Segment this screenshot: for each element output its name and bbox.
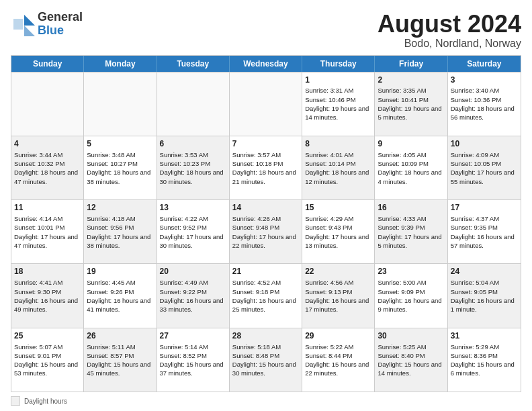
daylight-text: Daylight: 19 hours and 14 minutes. (305, 104, 371, 122)
cal-header-sunday: Sunday (11, 56, 84, 72)
day-number: 5 (87, 138, 153, 150)
day-number: 18 (14, 266, 81, 277)
day-number: 9 (378, 138, 444, 150)
sunrise-text: Sunrise: 3:35 AM (378, 86, 444, 95)
daylight-text: Daylight: 17 hours and 38 minutes. (87, 232, 153, 250)
daylight-text: Daylight: 16 hours and 17 minutes. (305, 296, 371, 314)
sunset-text: Sunset: 9:43 PM (305, 223, 371, 232)
day-number: 11 (14, 202, 81, 214)
cal-day-24: 24Sunrise: 5:04 AMSunset: 9:05 PMDayligh… (448, 264, 521, 327)
sunrise-text: Sunrise: 4:22 AM (160, 214, 226, 223)
day-number: 3 (451, 75, 518, 86)
cal-day-25: 25Sunrise: 5:07 AMSunset: 9:01 PMDayligh… (11, 328, 84, 392)
cal-day-21: 21Sunrise: 4:52 AMSunset: 9:18 PMDayligh… (230, 264, 302, 327)
daylight-text: Daylight: 18 hours and 21 minutes. (232, 168, 299, 186)
sunset-text: Sunset: 9:13 PM (305, 287, 371, 296)
sunset-text: Sunset: 8:57 PM (87, 351, 153, 360)
daylight-text: Daylight: 16 hours and 9 minutes. (378, 296, 444, 314)
daylight-text: Daylight: 15 hours and 45 minutes. (87, 360, 153, 378)
cal-day-empty (157, 73, 230, 136)
cal-day-17: 17Sunrise: 4:37 AMSunset: 9:35 PMDayligh… (448, 200, 521, 263)
sunrise-text: Sunrise: 4:18 AM (87, 214, 153, 223)
daylight-text: Daylight: 18 hours and 4 minutes. (378, 168, 444, 186)
cal-day-8: 8Sunrise: 4:01 AMSunset: 10:14 PMDayligh… (302, 136, 375, 199)
day-number: 29 (305, 330, 371, 342)
legend: Daylight hours (11, 396, 521, 406)
cal-header-friday: Friday (375, 56, 447, 72)
daylight-text: Daylight: 15 hours and 37 minutes. (160, 360, 226, 378)
sunrise-text: Sunrise: 4:49 AM (160, 278, 226, 287)
daylight-text: Daylight: 15 hours and 30 minutes. (232, 360, 299, 378)
cal-day-22: 22Sunrise: 4:56 AMSunset: 9:13 PMDayligh… (302, 264, 375, 327)
day-number: 8 (305, 138, 371, 150)
day-number: 10 (451, 138, 518, 150)
sunrise-text: Sunrise: 5:22 AM (305, 342, 371, 351)
cal-day-26: 26Sunrise: 5:11 AMSunset: 8:57 PMDayligh… (84, 328, 157, 392)
daylight-text: Daylight: 16 hours and 57 minutes. (451, 232, 518, 250)
day-number: 27 (160, 330, 226, 342)
title-block: August 2024 Bodo, Nordland, Norway (378, 11, 521, 50)
daylight-text: Daylight: 18 hours and 38 minutes. (87, 168, 153, 186)
cal-day-18: 18Sunrise: 4:41 AMSunset: 9:30 PMDayligh… (11, 264, 84, 327)
cal-day-2: 2Sunrise: 3:35 AMSunset: 10:41 PMDayligh… (375, 73, 447, 136)
cal-day-7: 7Sunrise: 3:57 AMSunset: 10:18 PMDayligh… (230, 136, 302, 199)
sunrise-text: Sunrise: 4:41 AM (14, 278, 81, 287)
sunrise-text: Sunrise: 5:25 AM (378, 342, 444, 351)
sunrise-text: Sunrise: 4:37 AM (451, 214, 518, 223)
cal-day-12: 12Sunrise: 4:18 AMSunset: 9:56 PMDayligh… (84, 200, 157, 263)
cal-header-wednesday: Wednesday (230, 56, 302, 72)
cal-day-empty (84, 73, 157, 136)
sunrise-text: Sunrise: 4:29 AM (305, 214, 371, 223)
cal-day-15: 15Sunrise: 4:29 AMSunset: 9:43 PMDayligh… (302, 200, 375, 263)
day-number: 4 (14, 138, 81, 150)
sunset-text: Sunset: 9:52 PM (160, 223, 226, 232)
daylight-text: Daylight: 18 hours and 47 minutes. (14, 168, 81, 186)
sunset-text: Sunset: 10:46 PM (305, 95, 371, 104)
sunrise-text: Sunrise: 5:29 AM (451, 342, 518, 351)
sunrise-text: Sunrise: 4:52 AM (232, 278, 299, 287)
cal-week-3: 11Sunrise: 4:14 AMSunset: 10:01 PMDaylig… (11, 199, 521, 263)
cal-day-4: 4Sunrise: 3:44 AMSunset: 10:32 PMDayligh… (11, 136, 84, 199)
day-number: 26 (87, 330, 153, 342)
sunrise-text: Sunrise: 3:31 AM (305, 86, 371, 95)
day-number: 13 (160, 202, 226, 214)
cal-day-23: 23Sunrise: 5:00 AMSunset: 9:09 PMDayligh… (375, 264, 447, 327)
daylight-text: Daylight: 15 hours and 22 minutes. (305, 360, 371, 378)
sunset-text: Sunset: 9:18 PM (232, 287, 299, 296)
sunrise-text: Sunrise: 5:14 AM (160, 342, 226, 351)
sunset-text: Sunset: 9:26 PM (87, 287, 153, 296)
sunset-text: Sunset: 8:44 PM (305, 351, 371, 360)
cal-day-13: 13Sunrise: 4:22 AMSunset: 9:52 PMDayligh… (157, 200, 230, 263)
cal-day-5: 5Sunrise: 3:48 AMSunset: 10:27 PMDayligh… (84, 136, 157, 199)
sunrise-text: Sunrise: 4:33 AM (378, 214, 444, 223)
sunset-text: Sunset: 9:05 PM (451, 287, 518, 296)
cal-day-16: 16Sunrise: 4:33 AMSunset: 9:39 PMDayligh… (375, 200, 447, 263)
cal-week-4: 18Sunrise: 4:41 AMSunset: 9:30 PMDayligh… (11, 263, 521, 327)
day-number: 12 (87, 202, 153, 214)
day-number: 20 (160, 266, 226, 277)
sunrise-text: Sunrise: 4:14 AM (14, 214, 81, 223)
sunrise-text: Sunrise: 3:57 AM (232, 150, 299, 159)
sunset-text: Sunset: 8:48 PM (232, 351, 299, 360)
daylight-text: Daylight: 17 hours and 13 minutes. (305, 232, 371, 250)
cal-week-1: 1Sunrise: 3:31 AMSunset: 10:46 PMDayligh… (11, 72, 521, 136)
daylight-text: Daylight: 16 hours and 33 minutes. (160, 296, 226, 314)
daylight-text: Daylight: 17 hours and 55 minutes. (451, 168, 518, 186)
day-number: 16 (378, 202, 444, 214)
daylight-text: Daylight: 18 hours and 30 minutes. (160, 168, 226, 186)
sunrise-text: Sunrise: 4:01 AM (305, 150, 371, 159)
day-number: 19 (87, 266, 153, 277)
sunrise-text: Sunrise: 3:48 AM (87, 150, 153, 159)
sunset-text: Sunset: 9:39 PM (378, 223, 444, 232)
svg-marker-3 (13, 19, 23, 30)
day-number: 7 (232, 138, 299, 150)
sunrise-text: Sunrise: 5:07 AM (14, 342, 81, 351)
sunrise-text: Sunrise: 4:09 AM (451, 150, 518, 159)
sunrise-text: Sunrise: 4:26 AM (232, 214, 299, 223)
sunrise-text: Sunrise: 3:40 AM (451, 86, 518, 95)
cal-day-empty (11, 73, 84, 136)
day-number: 21 (232, 266, 299, 277)
daylight-text: Daylight: 15 hours and 14 minutes. (378, 360, 444, 378)
sunset-text: Sunset: 10:05 PM (451, 159, 518, 168)
cal-header-tuesday: Tuesday (157, 56, 230, 72)
